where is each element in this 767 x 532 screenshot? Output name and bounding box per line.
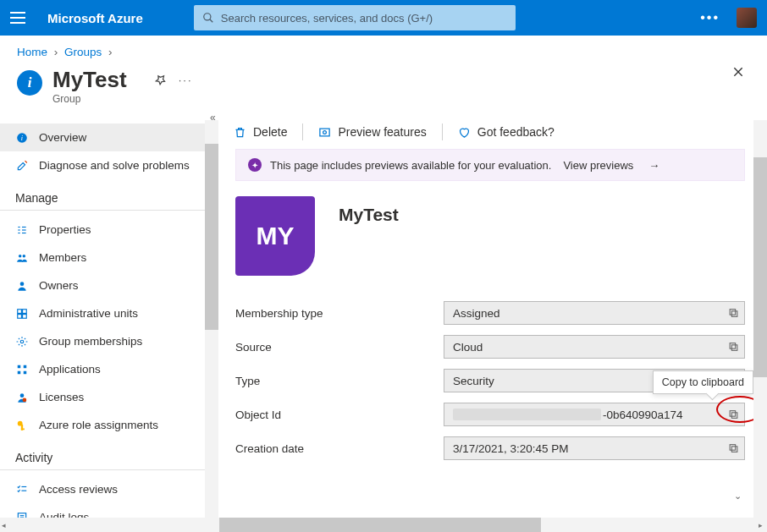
group-avatar: MY — [235, 196, 315, 276]
sidebar-item-label: Applications — [39, 363, 101, 376]
svg-rect-15 — [18, 309, 22, 313]
svg-rect-40 — [730, 343, 736, 349]
sidebar-item-label: Licenses — [39, 391, 84, 403]
sidebar-item-members[interactable]: Members — [0, 244, 218, 271]
field-membership-type: Membership type Assigned — [218, 296, 767, 330]
sidebar-item-label: Properties — [39, 223, 91, 236]
svg-line-1 — [210, 19, 213, 23]
sidebar-item-label: Owners — [39, 279, 79, 292]
more-icon[interactable]: ··· — [179, 74, 193, 86]
heart-icon — [458, 126, 471, 139]
svg-point-36 — [323, 130, 327, 134]
search-icon — [202, 12, 214, 24]
gear-icon — [15, 335, 29, 348]
field-creation-date: Creation date 3/17/2021, 3:20:45 PM — [218, 431, 767, 465]
field-label: Membership type — [235, 307, 430, 320]
svg-rect-42 — [730, 411, 736, 417]
main-pane: Delete Preview features Got feedback? ✦ … — [218, 120, 767, 520]
field-label: Type — [235, 375, 430, 387]
members-icon — [15, 251, 29, 265]
brand: Microsoft Azure — [47, 11, 143, 25]
sidebar-item-label: Administrative units — [39, 307, 138, 320]
sidebar-item-applications[interactable]: Applications — [0, 355, 218, 383]
sidebar-item-admin-units[interactable]: Administrative units — [0, 299, 218, 327]
menu-icon[interactable] — [10, 8, 30, 28]
sidebar-scrollbar[interactable] — [205, 120, 218, 520]
preview-icon — [318, 126, 331, 139]
field-value: 3/17/2021, 3:20:45 PM — [444, 436, 745, 460]
command-label: Preview features — [338, 125, 426, 139]
group-hero: MY MyTest — [218, 196, 767, 296]
svg-rect-20 — [18, 365, 21, 368]
field-value: Assigned — [444, 301, 745, 325]
svg-point-24 — [20, 393, 25, 398]
delete-button[interactable]: Delete — [234, 125, 287, 139]
svg-point-19 — [20, 340, 24, 343]
field-label: Object Id — [235, 409, 430, 421]
field-label: Source — [235, 341, 430, 354]
chevron-right-icon: › — [54, 46, 58, 58]
breadcrumb-home[interactable]: Home — [17, 46, 47, 58]
arrow-right-icon: → — [648, 159, 659, 172]
sidebar-section-activity: Activity — [0, 439, 218, 470]
svg-rect-43 — [731, 447, 737, 452]
sidebar-item-diagnose[interactable]: Diagnose and solve problems — [0, 151, 218, 179]
sidebar-item-label: Group memberships — [39, 335, 142, 348]
svg-rect-22 — [18, 370, 21, 374]
horizontal-scrollbar[interactable]: ◂ ▸ — [0, 518, 767, 532]
close-icon[interactable] — [731, 65, 745, 79]
copy-icon[interactable] — [728, 308, 739, 319]
sidebar-section-manage: Manage — [0, 179, 218, 211]
svg-point-13 — [23, 254, 25, 257]
sidebar-item-role-assignments[interactable]: Azure role assignments — [0, 411, 218, 439]
copy-icon[interactable] — [728, 409, 739, 420]
svg-point-14 — [20, 282, 25, 286]
feedback-button[interactable]: Got feedback? — [458, 125, 555, 139]
copy-tooltip: Copy to clipboard — [653, 370, 753, 394]
sidebar-item-label: Diagnose and solve problems — [39, 159, 190, 172]
main-scrollbar[interactable] — [753, 120, 767, 520]
checklist-icon — [15, 483, 29, 496]
sidebar-item-group-memberships[interactable]: Group memberships — [0, 327, 218, 355]
info-icon: i — [17, 70, 42, 96]
field-value: -0b640990a174 — [444, 403, 745, 426]
pin-icon[interactable] — [154, 74, 167, 86]
svg-rect-17 — [18, 314, 22, 318]
sidebar-item-label: Access reviews — [39, 483, 118, 496]
sidebar-item-properties[interactable]: Properties — [0, 216, 218, 244]
banner-text: This page includes previews available fo… — [270, 159, 551, 172]
svg-point-12 — [19, 254, 22, 257]
chevron-down-icon[interactable]: ⌄ — [734, 491, 742, 502]
more-icon[interactable]: ••• — [700, 10, 720, 25]
sidebar-item-label: Azure role assignments — [39, 419, 158, 431]
license-icon — [15, 391, 29, 404]
info-icon: i — [15, 131, 29, 145]
copy-icon[interactable] — [728, 443, 739, 454]
search-box[interactable] — [194, 5, 516, 30]
sidebar-item-owners[interactable]: Owners — [0, 271, 218, 299]
command-label: Got feedback? — [477, 125, 555, 139]
sidebar-item-overview[interactable]: i Overview — [0, 123, 218, 151]
field-source: Source Cloud — [218, 330, 767, 364]
preview-features-button[interactable]: Preview features — [318, 125, 426, 139]
svg-rect-38 — [730, 310, 736, 315]
properties-icon — [15, 223, 29, 237]
apps-icon — [15, 363, 29, 376]
preview-banner: ✦ This page includes previews available … — [235, 149, 745, 181]
field-label: Creation date — [235, 442, 430, 455]
avatar[interactable] — [737, 8, 757, 28]
preview-badge-icon: ✦ — [248, 158, 262, 172]
sidebar-item-access-reviews[interactable]: Access reviews — [0, 475, 218, 503]
svg-rect-37 — [731, 311, 737, 317]
svg-rect-18 — [23, 314, 27, 318]
breadcrumb: Home › Groups › — [0, 36, 767, 63]
breadcrumb-groups[interactable]: Groups — [64, 46, 102, 58]
chevron-right-icon: › — [108, 46, 113, 58]
top-bar: Microsoft Azure ••• — [0, 0, 767, 36]
search-input[interactable] — [221, 12, 507, 25]
view-previews-link[interactable]: View previews — [563, 159, 633, 172]
page-subtitle: Group — [52, 93, 141, 105]
command-label: Delete — [253, 125, 287, 139]
sidebar-item-licenses[interactable]: Licenses — [0, 383, 218, 411]
copy-icon[interactable] — [728, 342, 739, 353]
